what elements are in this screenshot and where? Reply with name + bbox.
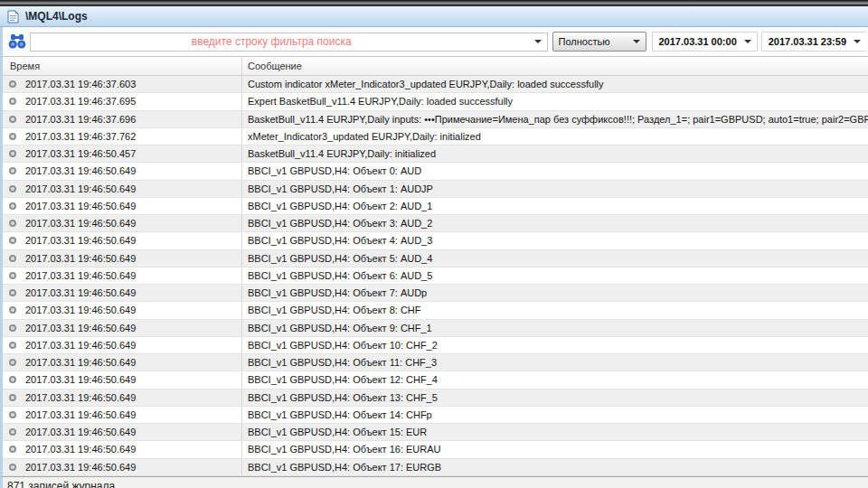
date-to-dropdown[interactable]: 2017.03.31 23:59 bbox=[761, 32, 866, 52]
table-row[interactable]: 2017.03.31 19:46:50.649 BBCI_v1 GBPUSD,H… bbox=[3, 441, 868, 458]
log-entry-icon bbox=[9, 185, 16, 192]
log-message: BBCI_v1 GBPUSD,H4: Объект 13: CHF_5 bbox=[242, 392, 868, 403]
log-message-cell: Expert BasketBull_v11.4 EURJPY,Daily: lo… bbox=[242, 96, 868, 107]
date-to-value: 2017.03.31 23:59 bbox=[762, 36, 848, 47]
log-message: BBCI_v1 GBPUSD,H4: Объект 15: EUR bbox=[242, 427, 868, 437]
log-message-cell: BBCI_v1 GBPUSD,H4: Объект 5: AUD_4 bbox=[242, 253, 868, 264]
search-filter-combobox[interactable] bbox=[30, 33, 548, 52]
log-time-cell: 2017.03.31 19:46:50.649 bbox=[3, 285, 242, 301]
log-entry-icon bbox=[9, 428, 16, 436]
table-row[interactable]: 2017.03.31 19:46:50.649 BBCI_v1 GBPUSD,H… bbox=[3, 250, 868, 267]
log-time-cell: 2017.03.31 19:46:37.695 bbox=[3, 93, 242, 109]
log-message-cell: BBCI_v1 GBPUSD,H4: Объект 10: CHF_2 bbox=[242, 340, 868, 351]
log-time-cell: 2017.03.31 19:46:50.649 bbox=[3, 424, 242, 440]
log-message: BBCI_v1 GBPUSD,H4: Объект 2: AUD_1 bbox=[242, 201, 868, 211]
log-time: 2017.03.31 19:46:50.649 bbox=[25, 305, 136, 315]
log-time-cell: 2017.03.31 19:46:37.762 bbox=[3, 128, 242, 145]
column-header-message[interactable]: Сообщение bbox=[242, 61, 868, 71]
log-time-cell: 2017.03.31 19:46:50.649 bbox=[3, 302, 242, 318]
log-entry-icon bbox=[9, 394, 16, 401]
table-row[interactable]: 2017.03.31 19:46:50.649 BBCI_v1 GBPUSD,H… bbox=[3, 215, 868, 232]
log-message-cell: BBCI_v1 GBPUSD,H4: Объект 17: EURGB bbox=[242, 462, 868, 473]
log-time-cell: 2017.03.31 19:46:50.649 bbox=[3, 441, 242, 457]
top-dark-strip bbox=[0, 0, 868, 6]
table-row[interactable]: 2017.03.31 19:46:50.649 BBCI_v1 GBPUSD,H… bbox=[3, 459, 868, 476]
panel-titlebar[interactable]: \MQL4\Logs bbox=[0, 6, 868, 27]
log-message-cell: BBCI_v1 GBPUSD,H4: Объект 13: CHF_5 bbox=[242, 392, 868, 403]
log-message-cell: BBCI_v1 GBPUSD,H4: Объект 6: AUD_5 bbox=[242, 270, 868, 281]
table-row[interactable]: 2017.03.31 19:46:50.649 BBCI_v1 GBPUSD,H… bbox=[3, 407, 868, 424]
log-message-cell: BBCI_v1 GBPUSD,H4: Объект 7: AUDp bbox=[242, 287, 868, 298]
column-header-time[interactable]: Время bbox=[3, 57, 242, 75]
log-entry-icon bbox=[9, 342, 16, 349]
table-row[interactable]: 2017.03.31 19:46:50.457 BasketBull_v11.4… bbox=[3, 145, 868, 163]
search-input[interactable] bbox=[31, 33, 529, 51]
log-message-cell: BBCI_v1 GBPUSD,H4: Объект 8: CHF bbox=[242, 305, 868, 315]
log-entry-icon bbox=[9, 220, 16, 227]
log-time-cell: 2017.03.31 19:46:50.649 bbox=[3, 198, 242, 214]
date-from-dropdown[interactable]: 2017.03.31 00:00 bbox=[652, 32, 758, 52]
log-message: BasketBull_v11.4 EURJPY,Daily inputs: ••… bbox=[242, 114, 868, 125]
log-time-cell: 2017.03.31 19:46:50.649 bbox=[3, 232, 242, 249]
table-row[interactable]: 2017.03.31 19:46:50.649 BBCI_v1 GBPUSD,H… bbox=[3, 371, 868, 389]
table-row[interactable]: 2017.03.31 19:46:50.649 BBCI_v1 GBPUSD,H… bbox=[3, 163, 868, 180]
log-message-cell: Custom indicator xMeter_Indicator3_updat… bbox=[242, 79, 868, 89]
log-message-cell: BBCI_v1 GBPUSD,H4: Объект 4: AUD_3 bbox=[242, 235, 868, 246]
chevron-down-icon bbox=[854, 40, 861, 43]
log-message: BasketBull_v11.4 EURJPY,Daily: initializ… bbox=[242, 148, 868, 159]
log-message: BBCI_v1 GBPUSD,H4: Объект 1: AUDJP bbox=[242, 183, 868, 194]
table-row[interactable]: 2017.03.31 19:46:50.649 BBCI_v1 GBPUSD,H… bbox=[3, 424, 868, 441]
logs-panel: \MQL4\Logs Полностью 2017.03.31 00:00 20… bbox=[0, 0, 868, 488]
filter-mode-value: Полностью bbox=[553, 36, 627, 47]
panel-title: \MQL4\Logs bbox=[25, 10, 88, 23]
log-message: BBCI_v1 GBPUSD,H4: Объект 4: AUD_3 bbox=[242, 235, 868, 246]
log-time: 2017.03.31 19:46:50.457 bbox=[25, 148, 136, 159]
log-time: 2017.03.31 19:46:50.649 bbox=[25, 462, 136, 473]
log-message: BBCI_v1 GBPUSD,H4: Объект 0: AUD bbox=[242, 165, 868, 176]
status-bar: 871 записей журнала bbox=[0, 476, 868, 488]
filter-toolbar: Полностью 2017.03.31 00:00 2017.03.31 23… bbox=[0, 27, 868, 57]
table-row[interactable]: 2017.03.31 19:46:50.649 BBCI_v1 GBPUSD,H… bbox=[3, 181, 868, 198]
log-time-cell: 2017.03.31 19:46:50.649 bbox=[3, 267, 242, 284]
log-time-cell: 2017.03.31 19:46:50.649 bbox=[3, 407, 242, 423]
table-row[interactable]: 2017.03.31 19:46:50.649 BBCI_v1 GBPUSD,H… bbox=[3, 389, 868, 407]
table-row[interactable]: 2017.03.31 19:46:37.603 Custom indicator… bbox=[3, 76, 868, 93]
log-time: 2017.03.31 19:46:50.649 bbox=[25, 270, 136, 281]
table-row[interactable]: 2017.03.31 19:46:50.649 BBCI_v1 GBPUSD,H… bbox=[3, 267, 868, 285]
document-icon bbox=[7, 10, 19, 23]
log-time: 2017.03.31 19:46:37.762 bbox=[25, 131, 136, 142]
log-message-cell: BBCI_v1 GBPUSD,H4: Объект 0: AUD bbox=[242, 165, 868, 176]
table-row[interactable]: 2017.03.31 19:46:50.649 BBCI_v1 GBPUSD,H… bbox=[3, 198, 868, 215]
table-row[interactable]: 2017.03.31 19:46:50.649 BBCI_v1 GBPUSD,H… bbox=[3, 232, 868, 249]
log-entry-icon bbox=[9, 237, 16, 244]
log-time: 2017.03.31 19:46:50.649 bbox=[25, 357, 136, 368]
log-entry-icon bbox=[9, 306, 16, 314]
log-entry-icon bbox=[9, 116, 16, 123]
log-time: 2017.03.31 19:46:50.649 bbox=[25, 427, 136, 437]
log-entry-icon bbox=[9, 376, 16, 383]
log-message: Expert BasketBull_v11.4 EURJPY,Daily: lo… bbox=[242, 96, 868, 107]
table-row[interactable]: 2017.03.31 19:46:50.649 BBCI_v1 GBPUSD,H… bbox=[3, 354, 868, 371]
log-entry-icon bbox=[9, 202, 16, 210]
log-time-cell: 2017.03.31 19:46:50.649 bbox=[3, 371, 242, 388]
log-time-cell: 2017.03.31 19:46:50.649 bbox=[3, 250, 242, 267]
chevron-down-icon bbox=[534, 40, 542, 43]
log-entry-icon bbox=[9, 98, 16, 105]
table-row[interactable]: 2017.03.31 19:46:50.649 BBCI_v1 GBPUSD,H… bbox=[3, 320, 868, 337]
table-row[interactable]: 2017.03.31 19:46:50.649 BBCI_v1 GBPUSD,H… bbox=[3, 337, 868, 354]
log-message-cell: BBCI_v1 GBPUSD,H4: Объект 11: CHF_3 bbox=[242, 357, 868, 368]
table-row[interactable]: 2017.03.31 19:46:50.649 BBCI_v1 GBPUSD,H… bbox=[3, 285, 868, 302]
table-row[interactable]: 2017.03.31 19:46:37.696 BasketBull_v11.4… bbox=[3, 111, 868, 128]
filter-mode-dropdown[interactable]: Полностью bbox=[552, 32, 646, 52]
log-time-cell: 2017.03.31 19:46:37.603 bbox=[3, 76, 242, 92]
chevron-down-icon bbox=[633, 40, 640, 43]
log-time: 2017.03.31 19:46:50.649 bbox=[25, 218, 136, 229]
log-message: BBCI_v1 GBPUSD,H4: Объект 3: AUD_2 bbox=[242, 218, 868, 229]
log-entry-icon bbox=[9, 272, 16, 279]
log-message: BBCI_v1 GBPUSD,H4: Объект 9: CHF_1 bbox=[242, 323, 868, 333]
table-row[interactable]: 2017.03.31 19:46:37.695 Expert BasketBul… bbox=[3, 93, 868, 110]
log-entry-icon bbox=[9, 80, 16, 88]
table-row[interactable]: 2017.03.31 19:46:37.762 xMeter_Indicator… bbox=[3, 128, 868, 145]
table-row[interactable]: 2017.03.31 19:46:50.649 BBCI_v1 GBPUSD,H… bbox=[3, 302, 868, 319]
log-message-cell: BBCI_v1 GBPUSD,H4: Объект 2: AUD_1 bbox=[242, 201, 868, 211]
